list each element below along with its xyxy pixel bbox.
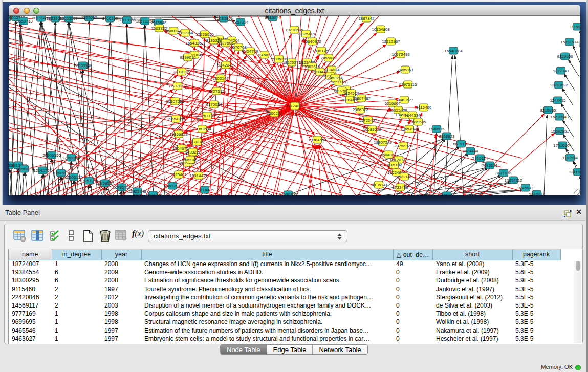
svg-text:6216604: 6216604 [384,101,401,106]
svg-text:26053346: 26053346 [74,63,92,68]
svg-text:7632621: 7632621 [482,163,498,168]
svg-text:8215955: 8215955 [540,108,556,113]
svg-text:8938923: 8938923 [439,134,455,139]
svg-text:9329906: 9329906 [557,54,573,59]
svg-text:9245612: 9245612 [517,186,534,190]
svg-text:7955812: 7955812 [320,56,337,60]
svg-text:10719155: 10719155 [118,18,136,23]
svg-text:11156829: 11156829 [15,167,33,171]
svg-text:16107552: 16107552 [166,99,184,104]
svg-text:18220371: 18220371 [282,60,301,65]
svg-text:1527602: 1527602 [81,16,97,20]
svg-text:9246012: 9246012 [529,192,545,196]
svg-text:12093822: 12093822 [550,83,568,87]
svg-text:8912954: 8912954 [177,31,193,35]
svg-text:9474444: 9474444 [462,149,478,154]
svg-text:7625402: 7625402 [170,172,187,177]
svg-text:2522147: 2522147 [396,174,412,179]
svg-text:1733426: 1733426 [392,185,408,190]
svg-text:7515546: 7515546 [150,20,167,25]
svg-text:15751974: 15751974 [560,40,579,45]
svg-text:12213967: 12213967 [382,39,400,44]
svg-text:1167534: 1167534 [562,156,578,160]
svg-text:15604906: 15604906 [144,193,162,196]
svg-text:7663822: 7663822 [151,26,167,31]
svg-text:13716485: 13716485 [195,188,214,192]
svg-text:2803144: 2803144 [212,76,229,81]
svg-text:2986372: 2986372 [352,107,368,112]
svg-text:16543362: 16543362 [185,41,204,46]
svg-text:19384554: 19384554 [308,138,326,142]
svg-text:13654923: 13654923 [400,127,419,132]
svg-text:9170034: 9170034 [206,102,222,107]
svg-text:10688609: 10688609 [363,127,381,132]
svg-text:1615132: 1615132 [386,163,402,167]
svg-text:19166823: 19166823 [169,132,188,137]
svg-text:17359934: 17359934 [62,156,80,160]
svg-text:8427512: 8427512 [208,89,225,94]
svg-text:6734024: 6734024 [323,68,340,72]
svg-text:1244415: 1244415 [550,98,566,103]
svg-text:12410346: 12410346 [569,170,580,174]
svg-text:17016504: 17016504 [553,143,572,148]
svg-text:7857224: 7857224 [232,20,249,25]
svg-text:20553713: 20553713 [14,19,33,24]
svg-text:18807249: 18807249 [374,140,392,145]
svg-text:8813074: 8813074 [265,16,281,20]
svg-text:19654935: 19654935 [167,117,185,121]
svg-text:2300272: 2300272 [266,111,282,116]
svg-text:15226055: 15226055 [195,32,214,37]
svg-text:9227343: 9227343 [553,69,569,73]
svg-text:10154808: 10154808 [372,27,390,32]
svg-text:10973493: 10973493 [391,52,410,57]
svg-text:12213332: 12213332 [168,84,187,89]
svg-text:3267130: 3267130 [199,114,215,118]
svg-text:1115904: 1115904 [570,25,580,29]
svg-text:18099483: 18099483 [181,158,200,162]
svg-text:19958187: 19958187 [96,181,114,186]
svg-text:1640915: 1640915 [428,127,445,132]
svg-text:18724007: 18724007 [286,104,304,108]
svg-text:9135114: 9135114 [439,193,455,196]
svg-text:2453211: 2453211 [328,76,343,80]
svg-text:7485063: 7485063 [397,68,413,72]
svg-text:1498222: 1498222 [185,150,201,155]
svg-text:8454749: 8454749 [242,49,258,54]
svg-text:20206556: 20206556 [42,153,61,158]
svg-text:9115460: 9115460 [416,105,432,110]
svg-text:15720407: 15720407 [359,118,377,123]
svg-text:8678342: 8678342 [189,140,205,144]
svg-text:15592951: 15592951 [551,129,569,134]
svg-text:8471676: 8471676 [495,171,512,176]
svg-text:10653267: 10653267 [59,16,78,21]
svg-text:11325419: 11325419 [297,32,316,36]
svg-text:16640910: 16640910 [303,39,321,44]
svg-text:13975115: 13975115 [399,82,418,87]
svg-text:10654112: 10654112 [505,178,523,183]
svg-text:9684067: 9684067 [380,152,397,157]
svg-text:20756928: 20756928 [394,144,412,148]
svg-text:16210643: 16210643 [550,115,569,119]
svg-text:16914479: 16914479 [189,173,208,178]
svg-text:12342757: 12342757 [33,168,52,173]
svg-text:1624514: 1624514 [343,91,359,96]
svg-text:6466160: 6466160 [102,16,118,21]
svg-text:9657791: 9657791 [164,184,181,188]
svg-text:9699695: 9699695 [410,120,426,124]
svg-text:16961758: 16961758 [312,49,331,53]
svg-text:2887842: 2887842 [358,16,375,21]
svg-text:2935114: 2935114 [472,156,488,161]
svg-text:16648784: 16648784 [444,49,463,53]
svg-text:2718126: 2718126 [173,70,190,74]
svg-text:9844334: 9844334 [404,113,421,118]
svg-text:9242845: 9242845 [217,63,234,68]
svg-text:6679197: 6679197 [453,142,469,146]
svg-text:16033809: 16033809 [214,16,233,21]
svg-text:10807487: 10807487 [352,96,371,101]
svg-text:14586255: 14586255 [279,192,297,196]
svg-text:9899016: 9899016 [180,55,196,60]
svg-text:12353594: 12353594 [193,127,211,132]
svg-text:14136141: 14136141 [369,183,388,187]
